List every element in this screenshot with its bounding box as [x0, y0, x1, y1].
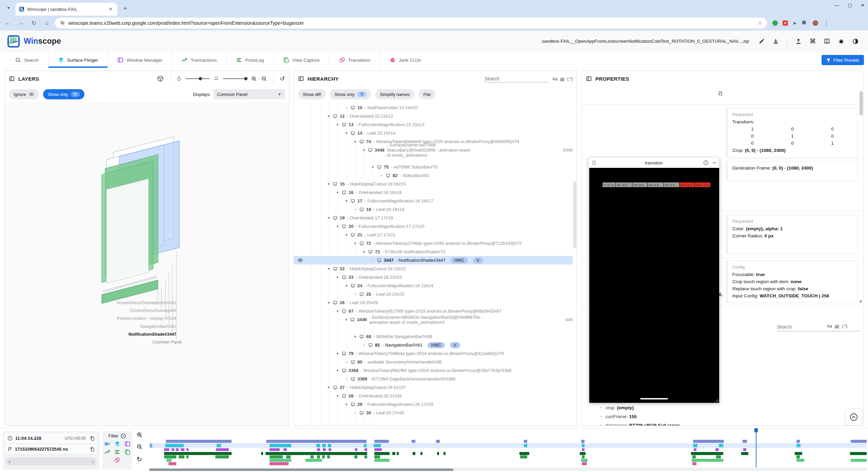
- trace-block[interactable]: [270, 448, 280, 451]
- scroll-to-top-button[interactable]: [845, 409, 862, 426]
- trace-block[interactable]: [266, 440, 367, 443]
- hierarchy-node-73[interactable]: ▼73 - 8736138 NotificationShade#73: [294, 248, 573, 256]
- hierarchy-node-25[interactable]: ●25 - Leaf:18:23#25: [294, 290, 573, 298]
- hierarchy-node-22[interactable]: ▼22 - HideDisplayCutout:18:23#22: [294, 264, 573, 273]
- tab-close-icon[interactable]: ✕: [107, 6, 114, 12]
- 3d-view-icon[interactable]: [157, 75, 164, 82]
- displays-select[interactable]: Common Panel ▼: [214, 89, 285, 99]
- show-only-visible-toggle[interactable]: Show only V: [330, 89, 371, 99]
- window-maximize-icon[interactable]: ▢: [848, 3, 852, 8]
- copy-icon[interactable]: [90, 436, 95, 441]
- trace-block[interactable]: [412, 440, 415, 443]
- home-icon[interactable]: ⌂: [42, 20, 52, 26]
- browser-menu-icon[interactable]: ⋮: [824, 20, 829, 26]
- expand-arrow-icon[interactable]: ▼: [345, 233, 348, 237]
- profile-avatar[interactable]: [812, 19, 819, 27]
- trace-block[interactable]: [374, 459, 389, 462]
- expand-arrow-icon[interactable]: ▼: [371, 165, 375, 169]
- trace-block[interactable]: [305, 459, 322, 462]
- hierarchy-node-68[interactable]: ▼68 - 885b63e NavigationBar0#68: [294, 332, 573, 341]
- window-close-icon[interactable]: ✕: [861, 3, 865, 8]
- match-case-icon[interactable]: Aa: [827, 324, 832, 329]
- trace-block[interactable]: [743, 448, 746, 451]
- trace-block[interactable]: [216, 448, 229, 451]
- trace-block[interactable]: [164, 448, 169, 451]
- step-back-icon[interactable]: ‹: [9, 459, 10, 464]
- zoom-out-icon[interactable]: [261, 76, 267, 82]
- layers-3d-canvas[interactable]: ScreenDecorOverlayBottom#61ScreenDecorOv…: [5, 102, 289, 426]
- trace-block[interactable]: [851, 459, 867, 462]
- bookmark-star-icon[interactable]: ☆: [758, 20, 762, 26]
- timeline-canvas[interactable]: [149, 428, 867, 472]
- property-item-dataspace[interactable]: ●dataspace: BT709 sRGB Full range: [600, 421, 680, 426]
- trace-block[interactable]: [165, 444, 184, 447]
- filter-presets-button[interactable]: Filter Presets: [822, 55, 864, 65]
- trace-block[interactable]: [519, 452, 530, 455]
- filter-list-icon[interactable]: [114, 449, 120, 455]
- trace-block[interactable]: [164, 452, 232, 455]
- trace-block[interactable]: [186, 448, 189, 451]
- trace-block[interactable]: [316, 444, 320, 447]
- edit-icon[interactable]: [756, 36, 767, 46]
- minimize-overlay-icon[interactable]: –: [713, 160, 716, 166]
- simplify-names-toggle[interactable]: Simplify names: [375, 89, 414, 99]
- trace-block[interactable]: [169, 462, 176, 465]
- trace-block[interactable]: [261, 452, 263, 455]
- expand-arrow-icon[interactable]: ▼: [336, 369, 339, 372]
- expand-arrow-icon[interactable]: ▼: [345, 284, 348, 288]
- trace-block[interactable]: [743, 440, 747, 443]
- tab-view-capture[interactable]: View Capture: [273, 52, 329, 68]
- hierarchy-node-3447[interactable]: ●3447 - NotificationShade#3447HWCV: [294, 256, 573, 264]
- trace-block[interactable]: [283, 448, 287, 451]
- expand-arrow-icon[interactable]: ▼: [336, 191, 339, 194]
- zoom-in-icon[interactable]: [251, 76, 257, 82]
- trace-block[interactable]: [413, 452, 415, 455]
- timeline-reset-zoom-icon[interactable]: ↻: [137, 455, 142, 463]
- trace-block[interactable]: [715, 448, 719, 451]
- expand-arrow-icon[interactable]: ▼: [354, 335, 357, 338]
- layer-name-label[interactable]: NavigationBar0#81: [140, 324, 176, 329]
- trace-block[interactable]: [741, 452, 748, 455]
- hierarchy-node-75[interactable]: ▼75 - ed70f88 StatusBar#75: [294, 163, 573, 171]
- trace-block[interactable]: [691, 452, 723, 455]
- rotation-slider[interactable]: [186, 78, 210, 79]
- trace-block[interactable]: [374, 444, 381, 447]
- expand-arrow-icon[interactable]: ▼: [336, 276, 339, 279]
- hierarchy-node-29[interactable]: ▼29 - FullscreenMagnification:26:27#29: [294, 400, 573, 409]
- hierarchy-node-80[interactable]: ●80 - ace6abb SecondaryHomeHandle0#80: [294, 358, 573, 366]
- properties-search-input[interactable]: [777, 324, 824, 330]
- hierarchy-node-67[interactable]: ▼67 - WindowToken{e5176f9 type=2019 andr…: [294, 307, 573, 315]
- trace-block[interactable]: [329, 448, 331, 451]
- hierarchy-node-82[interactable]: ●82 - StatusBar#82: [294, 171, 573, 180]
- forward-icon[interactable]: →: [16, 20, 26, 26]
- hierarchy-node-26[interactable]: ▼26 - Leaf:24:25#26: [294, 298, 573, 307]
- hierarchy-node-24[interactable]: ▼24 - FullscreenMagnification:18:23#24: [294, 281, 573, 290]
- trace-block[interactable]: [374, 440, 389, 443]
- timeline-zoom-in-icon[interactable]: [136, 432, 143, 438]
- regex-icon[interactable]: (.*): [567, 77, 573, 81]
- trace-block[interactable]: [317, 455, 320, 458]
- expand-arrow-icon[interactable]: ▼: [336, 123, 339, 126]
- layer-name-label[interactable]: NotificationShade#3447: [129, 332, 176, 337]
- hierarchy-node-79[interactable]: ▼79 - WindowToken{7046b4a type=2024 andr…: [294, 349, 573, 358]
- filter-phone-icon[interactable]: [124, 449, 131, 455]
- match-case-icon[interactable]: Aa: [552, 77, 557, 81]
- trace-block[interactable]: [323, 448, 326, 451]
- docs-book-icon[interactable]: [822, 36, 832, 46]
- tab-window-manager[interactable]: Window Manager: [107, 52, 172, 68]
- trace-block[interactable]: [364, 448, 367, 451]
- reset-view-icon[interactable]: ↺: [280, 75, 285, 82]
- trace-block[interactable]: [582, 444, 585, 447]
- trace-block[interactable]: [850, 452, 867, 455]
- trace-block[interactable]: [796, 455, 800, 458]
- expand-arrow-icon[interactable]: ▼: [327, 301, 331, 304]
- expand-arrow-icon[interactable]: ▼: [327, 386, 331, 389]
- hierarchy-node-15[interactable]: ▼15 - HideDisplayCutout:16:16#15: [294, 180, 573, 188]
- trace-block[interactable]: [364, 444, 367, 447]
- tab-transitions[interactable]: Transitions: [329, 52, 380, 68]
- trace-block[interactable]: [392, 452, 395, 455]
- trace-block[interactable]: [217, 444, 221, 447]
- trace-block[interactable]: [181, 448, 184, 451]
- whole-word-icon[interactable]: ab: [835, 324, 839, 329]
- trace-block[interactable]: [520, 455, 527, 458]
